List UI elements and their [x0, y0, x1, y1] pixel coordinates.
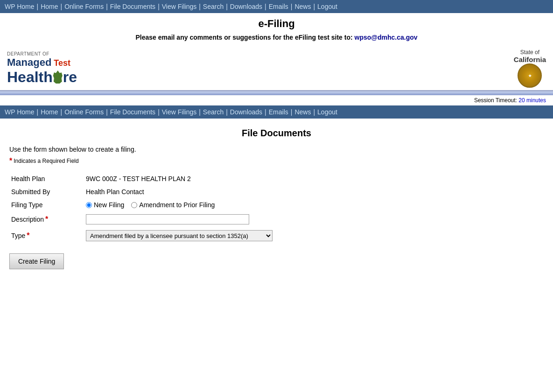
nav-emails-bottom[interactable]: Emails [269, 108, 288, 116]
intro-text: Use the form shown below to create a fil… [9, 146, 544, 153]
nav-wp-home-top[interactable]: WP Home [5, 3, 35, 10]
type-select-cell: Amendment filed by a licensee pursuant t… [84, 227, 544, 244]
session-bar: Session Timeout: 20 minutes [0, 95, 553, 105]
new-filing-label: New Filing [94, 201, 124, 209]
dept-of-label: DEPARTMENT OF [7, 51, 77, 56]
amendment-option[interactable]: Amendment to Prior Filing [131, 201, 215, 209]
type-row: Type * Amendment filed by a licensee pur… [9, 227, 544, 244]
amendment-label: Amendment to Prior Filing [139, 201, 215, 209]
nav-online-forms-bottom[interactable]: Online Forms [64, 108, 104, 116]
header-section: e-Filing Please email any comments or su… [0, 13, 553, 41]
bear-icon [53, 70, 63, 84]
test-label: Test [54, 58, 70, 68]
type-label-cell: Type * [9, 227, 84, 244]
nav-wp-home-bottom[interactable]: WP Home [5, 108, 35, 116]
radio-group: New Filing Amendment to Prior Filing [86, 201, 542, 209]
new-filing-radio[interactable] [86, 202, 92, 208]
session-label: Session Timeout: [474, 97, 517, 104]
description-row: Description * [9, 211, 544, 227]
nav-sep-1: | [37, 3, 39, 10]
top-nav-bar: WP Home | Home | Online Forms | File Doc… [0, 0, 553, 13]
nav-home-top[interactable]: Home [41, 3, 58, 10]
nav-sep-b9: | [313, 108, 315, 116]
nav-sep-2: | [61, 3, 63, 10]
nav-downloads-bottom[interactable]: Downloads [230, 108, 262, 116]
nav-file-documents-bottom[interactable]: File Documents [110, 108, 155, 116]
type-label-wrap: Type * [11, 231, 82, 240]
main-content: File Documents Use the form shown below … [0, 126, 553, 279]
nav-sep-7: | [265, 3, 266, 10]
nav-view-filings-top[interactable]: View Filings [162, 3, 196, 10]
logo-bar: DEPARTMENT OF Managed Test Health re Sta… [0, 47, 553, 91]
nav-sep-b8: | [291, 108, 293, 116]
managed-label: Managed Test [7, 56, 77, 69]
health-text: Health [7, 69, 53, 86]
site-title: e-Filing [7, 18, 546, 30]
required-star: * [9, 157, 12, 165]
type-star: * [27, 231, 29, 240]
submitted-by-row: Submitted By Health Plan Contact [9, 185, 544, 198]
logo-right: State of California ★ [514, 49, 546, 88]
session-value: 20 minutes [518, 97, 546, 104]
nav-sep-b4: | [158, 108, 160, 116]
description-input-cell [84, 211, 544, 227]
nav-emails-top[interactable]: Emails [269, 3, 288, 10]
description-label-wrap: Description * [11, 215, 82, 224]
new-filing-option[interactable]: New Filing [86, 201, 124, 209]
create-filing-container: Create Filing [9, 244, 544, 269]
filing-type-row: Filing Type New Filing Amendment to Prio… [9, 198, 544, 211]
state-label: State of [520, 49, 539, 56]
nav-logout-top[interactable]: Logout [317, 3, 337, 10]
health-plan-value: 9WC 000Z - TEST HEALTH PLAN 2 [84, 172, 544, 185]
email-notice: Please email any comments or suggestions… [7, 34, 546, 41]
logo-left: DEPARTMENT OF Managed Test Health re [7, 51, 77, 86]
nav-sep-3: | [106, 3, 108, 10]
page-title: File Documents [9, 128, 544, 139]
nav-sep-b1: | [37, 108, 39, 116]
description-label-cell: Description * [9, 211, 84, 227]
type-select[interactable]: Amendment filed by a licensee pursuant t… [86, 230, 273, 241]
nav-sep-4: | [158, 3, 160, 10]
health-plan-label: Health Plan [9, 172, 84, 185]
nav-news-bottom[interactable]: News [294, 108, 311, 116]
filing-type-options: New Filing Amendment to Prior Filing [84, 198, 544, 211]
description-label-text: Description [11, 216, 44, 223]
nav-sep-b6: | [226, 108, 228, 116]
nav-sep-8: | [291, 3, 293, 10]
nav-search-bottom[interactable]: Search [203, 108, 224, 116]
nav-view-filings-bottom[interactable]: View Filings [162, 108, 196, 116]
nav-file-documents-top[interactable]: File Documents [110, 3, 155, 10]
create-filing-button[interactable]: Create Filing [9, 253, 64, 269]
email-link[interactable]: wpso@dmhc.ca.gov [355, 34, 418, 41]
nav-sep-b2: | [61, 108, 63, 116]
health-plan-row: Health Plan 9WC 000Z - TEST HEALTH PLAN … [9, 172, 544, 185]
type-label-text: Type [11, 232, 25, 239]
nav-sep-b3: | [106, 108, 108, 116]
amendment-radio[interactable] [131, 202, 137, 208]
description-star: * [45, 215, 48, 224]
state-seal: ★ [518, 63, 542, 88]
submitted-by-label: Submitted By [9, 185, 84, 198]
nav-sep-6: | [226, 3, 228, 10]
seal-text: ★ [528, 74, 532, 78]
required-note: * Indicates a Required Field [9, 157, 544, 165]
filing-type-label: Filing Type [9, 198, 84, 211]
bottom-nav-bar: WP Home | Home | Online Forms | File Doc… [0, 105, 553, 119]
required-note-text: Indicates a Required Field [14, 158, 78, 164]
email-notice-text: Please email any comments or suggestions… [135, 34, 352, 41]
submitted-by-value: Health Plan Contact [84, 185, 544, 198]
nav-sep-5: | [199, 3, 201, 10]
description-input[interactable] [86, 214, 249, 224]
form-table: Health Plan 9WC 000Z - TEST HEALTH PLAN … [9, 172, 544, 244]
california-label: California [514, 56, 546, 63]
nav-online-forms-top[interactable]: Online Forms [64, 3, 104, 10]
nav-search-top[interactable]: Search [203, 3, 224, 10]
blue-band [0, 91, 553, 95]
nav-downloads-top[interactable]: Downloads [230, 3, 262, 10]
nav-logout-bottom[interactable]: Logout [317, 108, 337, 116]
managed-text: Managed [7, 56, 51, 69]
health-care-label: Health re [7, 69, 77, 86]
nav-news-top[interactable]: News [294, 3, 311, 10]
re-text: re [63, 69, 77, 86]
nav-home-bottom[interactable]: Home [41, 108, 58, 116]
